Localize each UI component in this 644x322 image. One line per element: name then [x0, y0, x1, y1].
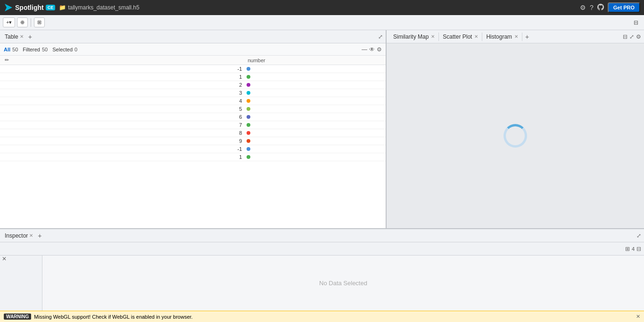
plus-filter-icon: +▾ — [6, 19, 12, 25]
table-row[interactable]: 6 — [0, 113, 386, 121]
inspector-layout-icon[interactable]: ⊟ — [636, 246, 641, 252]
right-expand-icon[interactable]: ⤢ — [629, 33, 634, 40]
add-panel-tab-button[interactable]: + — [28, 33, 32, 41]
inspector-close-button[interactable]: ✕ — [0, 256, 8, 264]
cell-dot — [245, 137, 268, 145]
inspector-body: ✕ No Data Selected — [0, 256, 644, 311]
table-row[interactable]: 5 — [0, 105, 386, 113]
right-filter-icon[interactable]: ⊟ — [623, 33, 627, 40]
cell-number: 8 — [0, 129, 245, 137]
add-filter-button[interactable]: +▾ — [3, 17, 15, 27]
inspector-grid-icon[interactable]: ⊞ — [625, 246, 630, 252]
table-panel-header: Table ✕ + ⤢ — [0, 30, 386, 43]
table-body: -1 1 2 3 4 5 6 7 — [0, 65, 386, 161]
topbar: Spotlight CE 📁 tallymarks_dataset_small.… — [0, 0, 644, 15]
get-pro-button[interactable]: Get PRO — [608, 2, 640, 13]
cell-dot — [245, 145, 268, 153]
file-name: tallymarks_dataset_small.h5 — [68, 4, 139, 11]
help-icon[interactable]: ? — [590, 4, 594, 11]
right-panel-toolbar: ⊟ ⤢ ⚙ — [623, 33, 641, 40]
panels-top: Table ✕ + ⤢ All 50 Filtered 50 Selected … — [0, 30, 644, 228]
scatter-plot-close[interactable]: ✕ — [474, 34, 478, 39]
layout-icon[interactable]: ⊟ — [631, 18, 641, 27]
cell-dot — [245, 97, 268, 105]
github-icon[interactable] — [597, 4, 604, 12]
warning-close-button[interactable]: ✕ — [636, 314, 640, 320]
cell-number: 1 — [0, 153, 245, 161]
inspector-tab-close[interactable]: ✕ — [29, 233, 33, 238]
table-tab-close[interactable]: ✕ — [20, 34, 24, 39]
cell-number: 6 — [0, 113, 245, 121]
cell-number: -1 — [0, 65, 245, 73]
cell-dot — [245, 81, 268, 89]
table-row[interactable]: -1 — [0, 145, 386, 153]
svg-marker-0 — [5, 4, 12, 11]
table-row[interactable]: 1 — [0, 73, 386, 81]
table-stat-icons: — 👁 ⚙ — [362, 46, 382, 53]
table-row[interactable]: 3 — [0, 89, 386, 97]
cell-number: -1 — [0, 145, 245, 153]
similarity-map-tab[interactable]: Similarity Map ✕ — [389, 33, 439, 41]
loading-spinner — [504, 124, 527, 148]
cell-number: 1 — [0, 73, 245, 81]
inspector-tab: Inspector ✕ — [3, 231, 35, 240]
cell-number: 5 — [0, 105, 245, 113]
table-row[interactable]: 2 — [0, 81, 386, 89]
table-tab: Table ✕ — [3, 33, 25, 41]
inspector-count: 4 — [632, 246, 635, 252]
table-row[interactable]: 4 — [0, 97, 386, 105]
stat-all-label: All — [4, 47, 10, 52]
table-row[interactable]: 9 — [0, 137, 386, 145]
similarity-map-close[interactable]: ✕ — [431, 34, 435, 39]
table-row[interactable]: 1 — [0, 153, 386, 161]
cell-number: 2 — [0, 81, 245, 89]
no-data-label: No Data Selected — [319, 280, 367, 287]
histogram-close[interactable]: ✕ — [514, 34, 518, 39]
right-settings-icon[interactable]: ⚙ — [636, 33, 641, 40]
cell-dot — [245, 129, 268, 137]
data-table: ✏ number -1 1 2 3 4 — [0, 56, 386, 161]
table-tab-label: Table — [5, 33, 18, 40]
right-panel-tabs: Similarity Map ✕ Scatter Plot ✕ Histogra… — [389, 33, 522, 41]
inspector-toolbar-right: ⊞ 4 ⊟ — [625, 246, 641, 252]
stat-selected-label: Selected — [52, 47, 73, 52]
right-visualization-panel: Similarity Map ✕ Scatter Plot ✕ Histogra… — [387, 30, 644, 228]
settings-icon[interactable]: ⚙ — [580, 4, 586, 11]
ce-badge: CE — [46, 5, 56, 10]
table-settings-icon[interactable]: ⚙ — [377, 46, 382, 53]
histogram-label: Histogram — [486, 33, 512, 40]
similarity-map-label: Similarity Map — [393, 33, 429, 40]
scatter-plot-content — [387, 43, 644, 228]
table-row[interactable]: 8 — [0, 129, 386, 137]
table-stats-bar: All 50 Filtered 50 Selected 0 — 👁 ⚙ — [0, 43, 386, 56]
inspector-left-panel: ✕ — [0, 256, 42, 311]
add-right-tab-button[interactable]: + — [525, 33, 529, 41]
main-content: Table ✕ + ⤢ All 50 Filtered 50 Selected … — [0, 30, 644, 311]
table-minimize-icon[interactable]: — — [362, 46, 367, 53]
toolbar-right: ⊟ — [631, 19, 641, 26]
table-row[interactable]: -1 — [0, 65, 386, 73]
col-header-dot — [268, 56, 386, 65]
table-eye-icon[interactable]: 👁 — [369, 46, 375, 53]
stat-selected-count: 0 — [74, 47, 77, 52]
stat-filtered-count: 50 — [42, 47, 48, 52]
table-row[interactable]: 7 — [0, 121, 386, 129]
cell-dot — [245, 105, 268, 113]
col-header-pencil: ✏ — [0, 56, 245, 65]
histogram-tab[interactable]: Histogram ✕ — [482, 33, 522, 41]
inspector-no-data: No Data Selected — [42, 256, 644, 311]
inspector-toolbar: ⊞ 4 ⊟ — [0, 242, 644, 256]
cell-number: 3 — [0, 89, 245, 97]
inspector-expand-button[interactable]: ⤢ — [636, 232, 641, 239]
cell-number: 7 — [0, 121, 245, 129]
grid-layout-button[interactable]: ⊞ — [34, 17, 45, 27]
inspector-panel: Inspector ✕ + ⤢ ⊞ 4 ⊟ ✕ No Data Selected — [0, 229, 644, 311]
cell-number: 9 — [0, 137, 245, 145]
scatter-plot-tab[interactable]: Scatter Plot ✕ — [439, 33, 482, 41]
cell-dot — [245, 153, 268, 161]
link-button[interactable]: ⊕ — [17, 17, 28, 27]
app-name: Spotlight — [15, 4, 44, 11]
toolbar: +▾ ⊕ ⊞ ⊟ — [0, 15, 644, 30]
table-expand-button[interactable]: ⤢ — [378, 33, 383, 40]
add-inspector-tab-button[interactable]: + — [38, 232, 41, 239]
